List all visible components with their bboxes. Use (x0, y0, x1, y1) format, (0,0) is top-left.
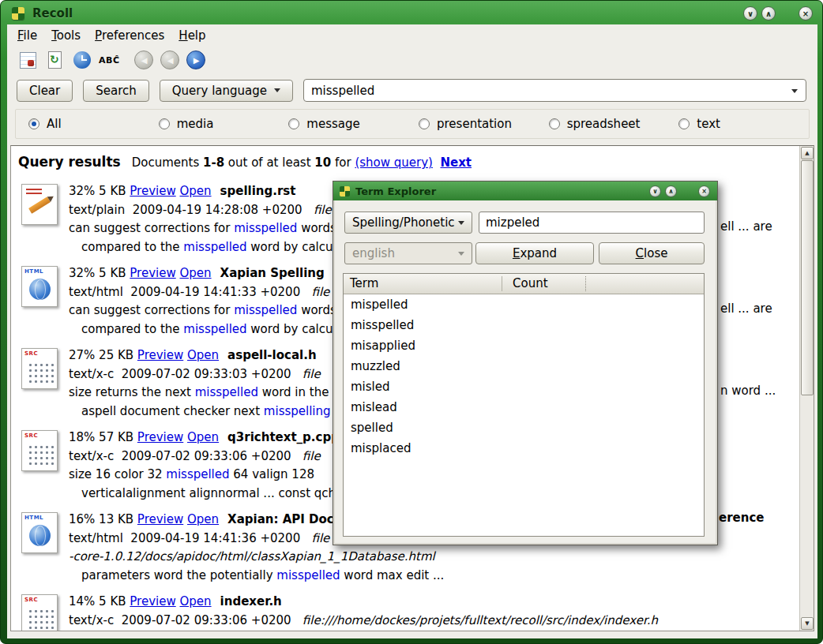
open-link[interactable]: Open (187, 512, 219, 526)
radio-icon[interactable] (159, 118, 170, 129)
open-link[interactable]: Open (180, 266, 212, 280)
radio-icon[interactable] (678, 118, 690, 129)
result-head-line: 14% 5 KB Preview Openindexer.h (69, 593, 798, 612)
match-term: misspelled (166, 467, 229, 481)
history-icon[interactable] (72, 51, 92, 70)
close-icon[interactable]: × (698, 185, 710, 197)
first-page-icon[interactable] (134, 51, 153, 69)
dialog-body: Spelling/Phonetic english Expand Close T… (335, 200, 716, 543)
result-url: file (312, 285, 330, 299)
radio-icon[interactable] (288, 118, 299, 129)
close-icon[interactable]: × (799, 6, 813, 21)
snippet-text: can suggest corrections for (69, 303, 234, 317)
maximize-icon[interactable]: ∧ (665, 185, 677, 197)
filter-presentation[interactable]: presentation (419, 117, 549, 131)
term-row[interactable]: spelled (344, 417, 704, 438)
shade-icon[interactable]: ∨ (743, 6, 757, 21)
result-text-fragment: ell ... are (720, 301, 772, 316)
open-link[interactable]: Open (187, 430, 219, 444)
dialog-close-button[interactable]: Close (599, 242, 705, 264)
term-cell: misapplied (344, 335, 502, 356)
filter-text[interactable]: text (678, 117, 809, 131)
chevron-down-icon[interactable] (791, 89, 798, 93)
term-row[interactable]: misplaced (344, 438, 704, 459)
globe-icon (29, 525, 51, 546)
src-file-icon: SRC (21, 594, 58, 631)
results-scrollbar[interactable] (799, 146, 814, 631)
preview-link[interactable]: Preview (137, 430, 183, 444)
term-row[interactable]: misspelled (344, 315, 704, 335)
menu-tools[interactable]: Tools (44, 26, 88, 45)
count-cell (502, 376, 704, 397)
recoll-app-icon (340, 186, 350, 197)
radio-icon[interactable] (419, 118, 430, 129)
maximize-icon[interactable]: ∧ (761, 6, 776, 21)
term-cell: misled (344, 376, 502, 397)
result-url: file:///home/dockes/projets/fulltext/rec… (303, 613, 658, 627)
term-row[interactable]: mislead (344, 397, 704, 417)
preview-link[interactable]: Preview (137, 348, 183, 362)
menu-preferences[interactable]: Preferences (88, 26, 171, 45)
filter-All[interactable]: All (28, 117, 159, 131)
filter-label: presentation (437, 117, 512, 131)
query-input[interactable] (307, 84, 784, 98)
clear-search-icon[interactable] (18, 51, 38, 70)
radio-icon[interactable] (549, 118, 560, 129)
chevron-down-icon (274, 88, 280, 92)
open-link[interactable]: Open (187, 348, 219, 362)
preview-link[interactable]: Preview (130, 594, 175, 608)
term-input[interactable] (479, 212, 705, 234)
search-button[interactable]: Search (83, 80, 149, 102)
result-snippet: parameters word the potentially misspell… (69, 567, 798, 586)
file-type-label: SRC (24, 350, 38, 357)
prev-page-icon[interactable] (160, 51, 179, 69)
result-score: 32% 5 KB (69, 266, 130, 280)
filter-media[interactable]: media (159, 117, 289, 131)
file-type-label: SRC (24, 597, 38, 603)
snippet-text: word by calcul (247, 240, 336, 254)
next-page-icon[interactable] (186, 51, 205, 69)
query-language-select[interactable]: Query language (160, 80, 293, 102)
query-combo[interactable] (303, 79, 806, 102)
match-term: misspelled (195, 385, 258, 399)
file-type-label: HTML (24, 515, 43, 521)
summary-link[interactable]: Next (440, 155, 472, 170)
scrollbar-thumb[interactable] (801, 160, 814, 395)
shade-icon[interactable]: ∨ (649, 185, 661, 197)
result-score: 18% 57 KB (69, 430, 137, 444)
open-link[interactable]: Open (180, 594, 212, 608)
menu-file[interactable]: File (10, 26, 44, 45)
count-cell (502, 397, 704, 417)
preview-link[interactable]: Preview (130, 266, 175, 280)
update-index-icon[interactable] (45, 51, 65, 70)
scroll-up-icon[interactable] (801, 147, 814, 159)
result-url: file (303, 367, 321, 381)
term-row[interactable]: misled (344, 376, 704, 397)
toolbar: ABĈ (7, 46, 817, 74)
filter-spreadsheet[interactable]: spreadsheet (549, 117, 679, 131)
expansion-mode-select[interactable]: Spelling/Phonetic (344, 212, 472, 234)
language-select[interactable]: english (344, 242, 472, 264)
scroll-down-icon[interactable] (801, 617, 814, 630)
clear-button[interactable]: Clear (17, 80, 73, 102)
term-row[interactable]: mispelled (344, 294, 704, 315)
radio-icon[interactable] (28, 118, 39, 129)
window-controls: ∨ ∧ × (743, 6, 813, 21)
preview-link[interactable]: Preview (137, 512, 183, 526)
menu-help[interactable]: Help (171, 26, 212, 45)
term-row[interactable]: misapplied (344, 335, 704, 356)
expand-button[interactable]: Expand (475, 242, 594, 264)
open-link[interactable]: Open (180, 184, 212, 198)
snippet-text: aspell document checker next (81, 404, 264, 418)
filter-message[interactable]: message (288, 117, 419, 131)
summary-link[interactable]: (show query) (355, 155, 433, 170)
term-explorer-icon[interactable]: ABĈ (99, 51, 119, 70)
snippet-text: words (297, 221, 336, 235)
dialog-titlebar[interactable]: Term Explorer ∨ ∧ × (333, 182, 717, 200)
window-titlebar[interactable]: Recoll ∨ ∧ × (7, 4, 816, 23)
term-row[interactable]: muzzled (344, 356, 704, 376)
recoll-app-icon (12, 7, 24, 20)
column-term[interactable]: Term (344, 274, 502, 294)
column-count[interactable]: Count (502, 274, 704, 294)
preview-link[interactable]: Preview (130, 184, 175, 198)
